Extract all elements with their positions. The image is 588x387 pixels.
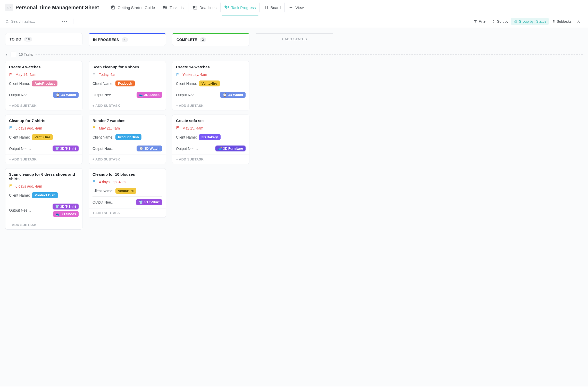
output-label: Output Nee… (93, 93, 115, 97)
client-row: Client Name:VentuHire (9, 134, 79, 140)
flag-icon (9, 126, 13, 131)
output-row: Output Nee…👕3D T-Shirt (9, 143, 79, 151)
client-pill[interactable]: PopLock (115, 80, 135, 86)
column-label: COMPLETE (177, 38, 197, 42)
tab-deadlines[interactable]: Deadlines (189, 3, 221, 12)
client-pill[interactable]: Product Dish (115, 134, 141, 140)
due-row: May 15, 4am (176, 126, 246, 131)
tab-task-progress[interactable]: Task Progress (220, 3, 259, 12)
card-title: Cleanup for 7 shirts (9, 118, 79, 123)
output-pills: 👟3D Shoes (137, 92, 162, 98)
due-text: Yesterday, 4am (182, 72, 207, 77)
add-subtask-button[interactable]: + ADD SUBTASK (89, 208, 166, 217)
column-label: IN PROGRESS (93, 38, 119, 42)
output-pill[interactable]: 👕3D T-Shirt (53, 204, 79, 209)
output-pills: 👕3D T-Shirt👟3D Shoes (53, 204, 79, 217)
task-card[interactable]: Cleanup for 10 blouses4 days ago, 4amCli… (89, 168, 166, 218)
client-pill[interactable]: VentuHire (32, 134, 53, 140)
group-by-button[interactable]: Group by: Status (511, 18, 549, 25)
client-pill[interactable]: VentuHire (199, 80, 220, 86)
sort-button[interactable]: Sort by (489, 18, 511, 25)
card-title: Create 4 watches (9, 65, 79, 69)
output-row: Output Nee…👟3D Shoes (93, 89, 162, 98)
user-button[interactable] (574, 18, 583, 25)
task-card[interactable]: Create sofa setMay 15, 4amClient Name:3D… (172, 115, 249, 164)
due-row: 5 days ago, 4am (9, 126, 79, 131)
client-pill[interactable]: AutoProduct (32, 80, 57, 86)
task-card[interactable]: Cleanup for 7 shirts5 days ago, 4amClien… (5, 115, 82, 164)
group-chip[interactable] (11, 52, 16, 57)
svg-point-26 (578, 20, 579, 21)
add-subtask-button[interactable]: + ADD SUBTASK (5, 220, 82, 229)
filter-button[interactable]: Filter (471, 18, 489, 25)
output-pill[interactable]: 👕3D T-Shirt (53, 146, 79, 151)
client-row: Client Name:Product Dish (93, 134, 162, 140)
search-input[interactable] (11, 19, 52, 23)
due-row: 4 days ago, 4am (93, 180, 162, 184)
due-text: May 15, 4am (182, 126, 203, 130)
search-wrap (5, 19, 52, 23)
svg-point-0 (7, 6, 11, 9)
client-row: Client Name:3D Bakery (176, 134, 246, 140)
board-area: TO DO 10 IN PROGRESS 4 COMPLETE 2 + ADD … (0, 28, 588, 386)
client-pill[interactable]: VentuHire (115, 188, 136, 194)
tab-label: Task List (170, 5, 184, 10)
group-caret-icon[interactable]: ▼ (5, 53, 8, 56)
task-card[interactable]: Create 4 watchesMay 14, 4amClient Name:A… (5, 61, 82, 110)
card-title: Scan cleanup for 6 dress shoes and shirt… (9, 172, 79, 181)
add-subtask-button[interactable]: + ADD SUBTASK (172, 101, 249, 110)
task-card[interactable]: Render 7 watchesMay 21, 4amClient Name:P… (89, 115, 166, 164)
add-subtask-button[interactable]: + ADD SUBTASK (5, 155, 82, 164)
tab-getting-started-guide[interactable]: Getting Started Guide (107, 3, 159, 12)
output-label: Output Nee… (9, 147, 31, 151)
column-header-complete[interactable]: COMPLETE 2 (172, 33, 249, 46)
filter-label: Filter (479, 19, 487, 23)
output-row: Output Nee…👕3D T-Shirt👟3D Shoes (9, 201, 79, 217)
column-header-inprogress[interactable]: IN PROGRESS 4 (89, 33, 166, 46)
output-pills: 🛋️3D Furniture (215, 146, 246, 151)
output-pill[interactable]: ⌚3D Watch (137, 146, 162, 151)
svg-rect-13 (264, 6, 268, 9)
output-pill[interactable]: 👕3D T-Shirt (136, 199, 162, 205)
due-text: 6 days ago, 4am (15, 184, 42, 188)
tab-board[interactable]: Board (259, 3, 284, 12)
group-label: 16 Tasks (19, 52, 33, 57)
due-row: May 14, 4am (9, 72, 79, 77)
page-title: Personal Time Management Sheet (15, 5, 99, 11)
column-count: 2 (200, 37, 206, 42)
add-view-button[interactable]: View (284, 3, 307, 12)
svg-rect-25 (516, 22, 517, 23)
calendar-icon (193, 5, 197, 10)
output-pill[interactable]: ⌚3D Watch (220, 92, 246, 98)
card-title: Scan cleanup for 4 shoes (93, 65, 162, 69)
add-subtask-button[interactable]: + ADD SUBTASK (89, 101, 166, 110)
add-subtask-button[interactable]: + ADD SUBTASK (5, 101, 82, 110)
add-subtask-button[interactable]: + ADD SUBTASK (172, 155, 249, 164)
add-subtask-button[interactable]: + ADD SUBTASK (89, 155, 166, 164)
subtasks-button[interactable]: Subtasks (549, 18, 574, 25)
output-pill[interactable]: 👟3D Shoes (53, 211, 79, 217)
svg-rect-22 (514, 20, 515, 21)
more-options-button[interactable]: ••• (60, 18, 70, 25)
output-pill[interactable]: 🛋️3D Furniture (215, 146, 246, 151)
column-count: 10 (24, 37, 32, 42)
output-row: Output Nee…⌚3D Watch (93, 143, 162, 151)
client-pill[interactable]: 3D Bakery (199, 134, 221, 140)
client-label: Client Name: (9, 135, 30, 139)
tab-task-list[interactable]: Task List (159, 3, 188, 12)
add-status-button[interactable]: + ADD STATUS (256, 33, 333, 45)
client-label: Client Name: (9, 82, 30, 86)
column-label: TO DO (10, 37, 21, 41)
output-pill[interactable]: 👟3D Shoes (137, 92, 162, 98)
task-card[interactable]: Create 14 watchesYesterday, 4amClient Na… (172, 61, 249, 110)
due-row: May 21, 4am (93, 126, 162, 131)
due-row: 6 days ago, 4am (9, 184, 79, 189)
task-card[interactable]: Scan cleanup for 4 shoesToday, 4amClient… (89, 61, 166, 110)
client-label: Client Name: (93, 135, 113, 139)
column-header-todo[interactable]: TO DO 10 (5, 33, 82, 45)
client-row: Client Name:AutoProduct (9, 80, 79, 86)
flag-icon (93, 126, 96, 131)
client-pill[interactable]: Product Dish (32, 192, 58, 198)
output-pill[interactable]: ⌚3D Watch (53, 92, 79, 98)
task-card[interactable]: Scan cleanup for 6 dress shoes and shirt… (5, 168, 82, 230)
